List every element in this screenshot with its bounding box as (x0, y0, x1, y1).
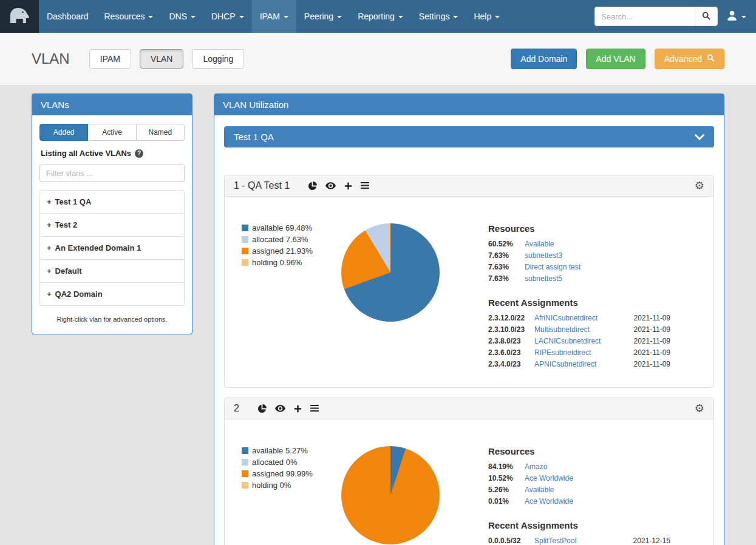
elephant-logo-icon (7, 5, 32, 27)
resource-link[interactable]: Ace Worldwide (525, 474, 573, 482)
nav-item-ipam[interactable]: IPAM (252, 0, 296, 33)
user-menu[interactable] (726, 10, 746, 24)
vlan-filter-tabs: Added Active Named (39, 124, 185, 141)
tab-added[interactable]: Added (39, 124, 88, 141)
assignment-date: 2021-12-15 (633, 537, 670, 545)
assignment-row: 2.3.6.0/23RIPEsubnetdirect2021-11-09 (488, 348, 670, 357)
nav-label: Reporting (358, 12, 395, 21)
navbar-search (594, 7, 718, 26)
legend-swatch (242, 459, 248, 465)
eye-icon[interactable] (275, 405, 285, 412)
gear-icon[interactable]: ⚙ (695, 180, 704, 191)
recent-assignments-heading: Recent Assignments (488, 297, 670, 308)
search-icon (702, 12, 710, 22)
resource-row: 7.63%Direct assign test (488, 263, 670, 271)
resource-row: 84.19%Amazo (488, 462, 670, 471)
resource-link[interactable]: Ace Worldwide (525, 497, 573, 506)
resource-link[interactable]: Direct assign test (525, 263, 581, 271)
nav-label: DNS (169, 12, 187, 21)
resource-row: 60.52%Available (488, 240, 670, 248)
assignment-link[interactable]: AfriNICsubnetdirect (534, 314, 598, 322)
nav-item-dns[interactable]: DNS (161, 0, 203, 33)
resource-link[interactable]: subnettest3 (525, 251, 562, 260)
assignment-link[interactable]: SplitTestPool (534, 537, 576, 545)
expand-icon[interactable]: + (47, 289, 52, 299)
plus-icon[interactable] (344, 182, 352, 190)
advanced-button[interactable]: Advanced (655, 49, 724, 69)
assignment-link[interactable]: APNICsubnetdirect (534, 360, 596, 368)
vlan-list-item[interactable]: +QA2 Domain (40, 282, 184, 305)
legend-swatch (242, 236, 248, 243)
nav-item-peering[interactable]: Peering (296, 0, 350, 33)
header-actions: Add Domain Add VLAN Advanced (511, 49, 724, 69)
assignment-date: 2021-11-09 (634, 348, 671, 357)
eye-icon[interactable] (325, 182, 336, 189)
menu-icon[interactable] (361, 182, 369, 189)
vlan-filter-input[interactable] (39, 164, 185, 182)
sidebar-footer-note: Right-click vlan for advanced options. (39, 316, 185, 323)
assignment-link[interactable]: RIPEsubnetdirect (534, 348, 591, 357)
legend-item: allocated 7.63% (242, 235, 334, 244)
expand-icon[interactable]: + (47, 197, 52, 206)
utilization-card: 1 - QA Test 1 ⚙ (224, 175, 714, 388)
legend-swatch (242, 447, 248, 454)
add-domain-button[interactable]: Add Domain (511, 49, 577, 69)
resource-link[interactable]: Available (525, 240, 554, 248)
nav-item-settings[interactable]: Settings (411, 0, 466, 33)
vlan-list-item[interactable]: +Default (40, 259, 184, 282)
assignment-row: 2.3.12.0/22AfriNICsubnetdirect2021-11-09 (488, 314, 670, 322)
assignment-link[interactable]: Multisubnetdirect (534, 325, 590, 334)
legend-item: available 69.48% (242, 223, 334, 232)
resource-link[interactable]: Amazo (525, 462, 547, 471)
add-vlan-button[interactable]: Add VLAN (586, 49, 645, 69)
main-nav: Dashboard Resources DNS DHCP IPAM Peerin… (39, 0, 508, 33)
vlan-utilization-panel: VLAN Utilization Test 1 QA 1 - QA Test 1 (214, 93, 724, 545)
help-icon[interactable]: ? (135, 149, 143, 158)
vlans-panel-body: Added Active Named Listing all Active VL… (32, 115, 192, 334)
resource-link[interactable]: Available (525, 486, 554, 494)
view-button-vlan[interactable]: VLAN (140, 49, 184, 69)
vlans-panel-header: VLANs (32, 94, 192, 115)
nav-item-dashboard[interactable]: Dashboard (39, 0, 97, 33)
app-logo[interactable] (0, 0, 39, 33)
expand-icon[interactable]: + (47, 266, 52, 276)
vlan-list-item[interactable]: +Test 2 (40, 213, 184, 236)
search-input[interactable] (594, 7, 695, 26)
assignment-link[interactable]: LACNICsubnetdirect (534, 337, 601, 345)
card-header: 2 ⚙ (225, 398, 713, 419)
pie-legend: available 5.27% allocated 0% assigned 99… (242, 446, 334, 545)
vlan-list-item[interactable]: +Test 1 QA (40, 191, 184, 213)
pie-chart-icon[interactable] (257, 404, 267, 413)
assignment-row: 2.3.8.0/23LACNICsubnetdirect2021-11-09 (488, 337, 670, 345)
plus-icon[interactable] (294, 405, 302, 413)
nav-item-reporting[interactable]: Reporting (350, 0, 411, 33)
tab-named[interactable]: Named (137, 124, 185, 141)
search-button[interactable] (695, 7, 718, 26)
resource-link[interactable]: subnettest5 (525, 274, 562, 283)
resource-row: 7.63%subnettest3 (488, 251, 670, 260)
legend-swatch (242, 225, 248, 231)
chevron-down-icon[interactable] (695, 134, 704, 140)
page-title: VLAN (32, 50, 70, 67)
legend-item: assigned 21.93% (242, 246, 334, 256)
menu-icon[interactable] (310, 405, 319, 412)
gear-icon[interactable]: ⚙ (695, 403, 704, 414)
search-icon (707, 54, 715, 64)
nav-item-resources[interactable]: Resources (97, 0, 162, 33)
view-button-ipam[interactable]: IPAM (89, 49, 131, 69)
nav-label: Help (474, 12, 491, 21)
expand-icon[interactable]: + (47, 220, 52, 229)
pie-chart-icon[interactable] (308, 181, 317, 191)
view-button-logging[interactable]: Logging (192, 49, 244, 69)
resources-column: Resources 60.52%Available 7.63%subnettes… (488, 223, 670, 371)
tab-active[interactable]: Active (88, 124, 136, 141)
assignment-date: 2021-11-09 (634, 360, 671, 368)
expand-icon[interactable]: + (47, 243, 52, 252)
recent-assignments-heading: Recent Assignments (488, 520, 670, 530)
vlan-group-header[interactable]: Test 1 QA (224, 126, 714, 147)
nav-item-dhcp[interactable]: DHCP (203, 0, 252, 33)
card-body: available 69.48% allocated 7.63% assigne… (225, 197, 713, 387)
vlan-list-item[interactable]: +An Extended Domain 1 (40, 236, 184, 259)
card-title: 2 (234, 403, 239, 414)
nav-item-help[interactable]: Help (466, 0, 508, 33)
